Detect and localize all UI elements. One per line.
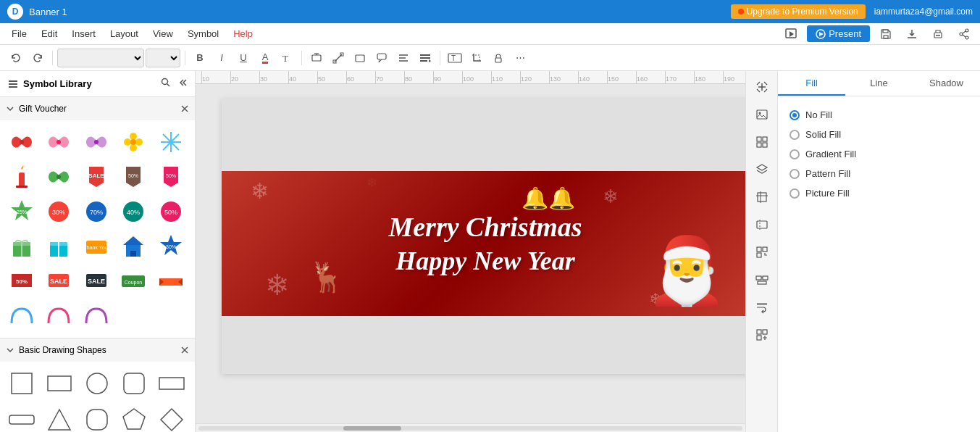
symbol-bow-green[interactable] [43, 161, 75, 193]
shape-button[interactable] [350, 48, 370, 68]
redo-button[interactable] [28, 48, 48, 68]
menu-file[interactable]: File [6, 25, 33, 42]
text-wrap-button[interactable] [749, 294, 775, 320]
fill-option-no-fill[interactable]: No Fill [787, 105, 971, 125]
search-button[interactable] [160, 77, 172, 91]
symbol-badge-50[interactable]: 50% [155, 196, 187, 228]
symbol-sale-red-tag[interactable]: 50% [6, 265, 38, 297]
symbol-coupon-green[interactable]: Coupon [117, 265, 149, 297]
symbol-ribbon-orange[interactable] [155, 265, 187, 297]
undo-button[interactable] [6, 48, 26, 68]
symbol-house[interactable] [117, 230, 149, 262]
symbol-giftbox-green[interactable] [6, 230, 38, 262]
text-type-button[interactable]: T [445, 48, 465, 68]
close-shapes-icon[interactable] [180, 346, 189, 354]
tab-fill[interactable]: Fill [778, 71, 845, 96]
shape-rounded-square[interactable] [81, 404, 113, 432]
font-family-select[interactable] [57, 49, 144, 67]
expand-panels-button[interactable] [749, 74, 775, 100]
menu-layout[interactable]: Layout [104, 25, 144, 42]
symbol-badge-25[interactable]: 25% [6, 196, 38, 228]
shape-diamond[interactable] [156, 404, 188, 432]
symbol-coupon-pink[interactable]: 50% [155, 161, 187, 193]
fill-option-solid[interactable]: Solid Fill [787, 125, 971, 144]
slideshow-icon[interactable] [781, 24, 801, 44]
gift-voucher-header[interactable]: Gift Voucher [0, 97, 195, 120]
symbol-badge-40[interactable]: 40% [117, 196, 149, 228]
radio-picture[interactable] [790, 188, 800, 199]
menu-symbol[interactable]: Symbol [182, 25, 225, 42]
merge-button[interactable] [749, 267, 775, 293]
callout-button[interactable] [372, 48, 392, 68]
zoom-button[interactable] [749, 322, 775, 348]
scroll-thumb[interactable] [343, 426, 401, 431]
group-button[interactable] [749, 239, 775, 265]
share-icon[interactable] [954, 24, 974, 44]
symbol-candle[interactable] [6, 161, 38, 193]
italic-button[interactable]: I [212, 48, 232, 68]
image-button[interactable] [749, 101, 775, 128]
symbol-bow-pink[interactable] [43, 126, 75, 158]
shape-wide-rect[interactable] [156, 367, 188, 399]
upgrade-button[interactable]: Upgrade to Premium Version [731, 4, 866, 19]
symbol-badge-30[interactable]: 30% [43, 196, 75, 228]
shape-rect[interactable] [43, 367, 75, 399]
radio-solid[interactable] [790, 130, 800, 140]
symbol-arch-blue[interactable] [6, 300, 38, 332]
radio-no-fill[interactable] [790, 110, 800, 120]
symbol-sale-dark[interactable]: SALE [80, 265, 112, 297]
radio-pattern[interactable] [790, 169, 800, 179]
print-icon[interactable] [928, 24, 948, 44]
symbol-giftbox-teal[interactable] [43, 230, 75, 262]
text-box-button[interactable] [306, 48, 327, 68]
save-icon[interactable] [876, 24, 896, 44]
menu-insert[interactable]: Insert [66, 25, 101, 42]
page-banner[interactable]: ❄ ❄ ❄ ❄ ❄ 🦌 🔔🔔 🎅 Merry Christ [222, 171, 745, 316]
horizontal-scrollbar[interactable] [196, 423, 745, 432]
symbol-thankyou[interactable]: Thank You! [80, 230, 112, 262]
bold-button[interactable]: B [190, 48, 210, 68]
symbol-arch-purple[interactable] [80, 300, 112, 332]
symbol-flower[interactable] [117, 126, 149, 158]
shape-circle[interactable] [81, 367, 113, 399]
symbol-arch-pink[interactable] [43, 300, 75, 332]
underline-button[interactable]: U [233, 48, 254, 68]
lock-button[interactable] [488, 48, 508, 68]
crop-button[interactable] [466, 48, 487, 68]
symbol-badge-70[interactable]: 70% [80, 196, 112, 228]
tab-line[interactable]: Line [845, 71, 913, 96]
shape-rounded-rect[interactable] [118, 367, 150, 399]
canvas-page[interactable]: ❄ ❄ ❄ ❄ ❄ 🦌 🔔🔔 🎅 Merry Christ [222, 99, 745, 374]
connector-button[interactable] [328, 48, 348, 68]
basic-shapes-header[interactable]: Basic Drawing Shapes [0, 338, 195, 362]
font-color-button[interactable]: A [255, 48, 275, 68]
symbol-badge-30b[interactable]: 30% [155, 230, 187, 262]
grid-button[interactable] [749, 129, 775, 155]
symbol-tag-brown[interactable]: 50% [117, 161, 149, 193]
close-icon[interactable] [180, 104, 189, 113]
fill-option-pattern[interactable]: Pattern Fill [787, 164, 971, 183]
image-frame-button[interactable] [749, 212, 775, 238]
symbol-bow-purple[interactable] [80, 126, 112, 158]
collapse-button[interactable] [176, 77, 188, 91]
menu-help[interactable]: Help [227, 25, 259, 42]
crop-tool-button[interactable] [749, 184, 775, 210]
fill-option-gradient[interactable]: Gradient Fill [787, 144, 971, 164]
symbol-tag-red[interactable]: SALE [80, 161, 112, 193]
symbol-bow-red[interactable] [6, 126, 38, 158]
radio-gradient[interactable] [790, 149, 800, 159]
present-button[interactable]: Present [807, 25, 870, 42]
shape-pentagon[interactable] [118, 404, 150, 432]
symbol-sale-red[interactable]: SALE [43, 265, 75, 297]
text-style-button[interactable]: T [277, 48, 297, 68]
layers-button[interactable] [749, 157, 775, 183]
fill-option-picture[interactable]: Picture Fill [787, 183, 971, 203]
menu-view[interactable]: View [147, 25, 179, 42]
font-size-select[interactable] [146, 49, 180, 67]
symbol-snowflake[interactable] [155, 126, 187, 158]
more-button[interactable]: ⋯ [510, 48, 530, 68]
shape-square[interactable] [6, 367, 38, 399]
align-left-button[interactable] [393, 48, 414, 68]
canvas-scroll[interactable]: ❄ ❄ ❄ ❄ ❄ 🦌 🔔🔔 🎅 Merry Christ [196, 84, 745, 423]
menu-edit[interactable]: Edit [35, 25, 63, 42]
